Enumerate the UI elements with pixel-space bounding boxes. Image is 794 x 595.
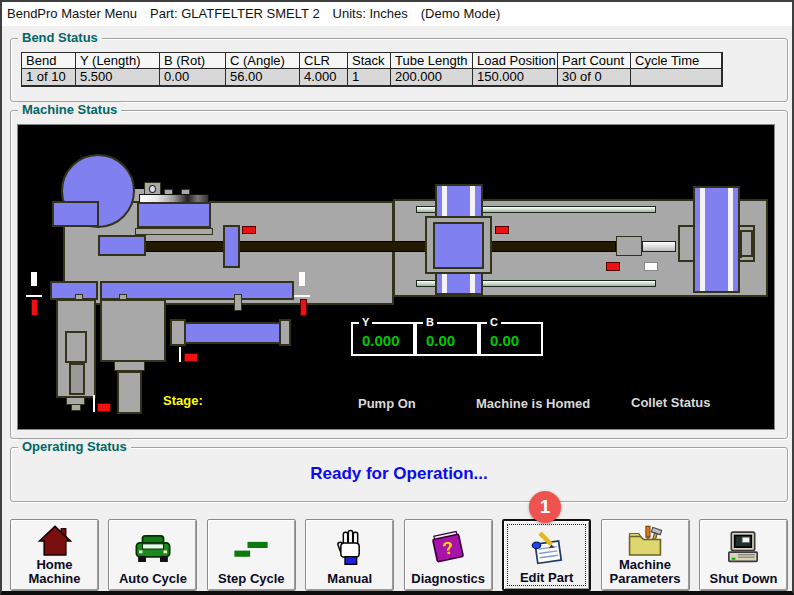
shaft-carriage-left [98, 235, 146, 256]
cell-y-length: 5.500 [76, 69, 160, 85]
sensor-tick-left [26, 295, 42, 297]
home-machine-button[interactable]: Home Machine [10, 519, 99, 591]
sensor-tick-right [294, 295, 310, 297]
window-title-bar: BendPro Master MenuPart: GLATFELTER SMEL… [2, 2, 792, 26]
ram-cap-right [279, 319, 291, 346]
homed-status-text: Machine is Homed [476, 396, 590, 411]
pressure-die-block [137, 202, 211, 228]
col-header-tube-length: Tube Length [391, 53, 473, 69]
cell-b-rot: 0.00 [160, 69, 226, 85]
button-label: Manual [327, 572, 372, 586]
shaft-coupler-block [616, 236, 642, 256]
drive-shaft [98, 241, 616, 252]
slab-pin-3 [234, 294, 242, 311]
sensor-bar-white-left [31, 272, 37, 286]
press-tower-1 [56, 299, 96, 398]
part-label: Part: GLATFELTER SMELT 2 [150, 6, 320, 21]
operating-status-title: Operating Status [18, 439, 131, 455]
computer-icon [723, 524, 763, 572]
readout-c-label: C [487, 316, 501, 329]
col-header-bend: Bend [22, 53, 76, 69]
step-cycle-button[interactable]: Step Cycle [207, 519, 296, 591]
indicator-red-shaft [242, 226, 256, 234]
ram-cylinder [184, 322, 281, 344]
machine-diagram-canvas: Y 0.000 B 0.00 C 0.00 Stage: Pump On Mac… [17, 124, 775, 430]
press-tower-2-cap [114, 361, 145, 371]
readout-y: Y 0.000 [351, 322, 415, 356]
col-header-stack: Stack [348, 53, 391, 69]
indicator-red-right [606, 262, 620, 271]
stage-label: Stage: [163, 393, 203, 408]
bendpro-window: BendPro Master MenuPart: GLATFELTER SMEL… [0, 0, 794, 595]
cell-cycle-time [631, 69, 722, 85]
button-label: Auto Cycle [119, 572, 187, 586]
bend-status-table: Bend Y (Length) B (Rot) C (Angle) CLR St… [21, 52, 723, 87]
button-label: Machine [619, 558, 671, 572]
bend-head-block [52, 201, 99, 227]
readout-b: B 0.00 [415, 322, 479, 356]
press-tower-1-inner [65, 331, 87, 363]
button-label: Diagnostics [411, 572, 485, 586]
indicator-red-left-edge [31, 299, 38, 316]
col-header-clr: CLR [300, 53, 348, 69]
main-toolbar: Home Machine Auto Cycle Step Cycle [10, 519, 788, 591]
bend-status-title: Bend Status [18, 30, 102, 46]
col-header-cycle-time: Cycle Time [631, 53, 722, 69]
sensor-tick-bottom [93, 395, 95, 412]
press-tower-1-nub [71, 404, 81, 411]
manual-button[interactable]: Manual [305, 519, 394, 591]
cell-bend: 1 of 10 [22, 69, 76, 85]
mode-label: (Demo Mode) [421, 6, 500, 21]
diagnostics-button[interactable]: ? Diagnostics [404, 519, 493, 591]
col-header-b-rot: B (Rot) [160, 53, 226, 69]
press-tower-2 [100, 299, 166, 362]
operating-status-message: Ready for Operation... [11, 464, 787, 484]
press-slab-2 [100, 281, 294, 300]
cell-tube-length: 200.000 [391, 69, 473, 85]
auto-cycle-button[interactable]: Auto Cycle [108, 519, 197, 591]
shut-down-button[interactable]: Shut Down [699, 519, 788, 591]
sensor-bar-white-right [299, 272, 305, 286]
edit-part-button[interactable]: Edit Part [502, 519, 591, 591]
mid-carriage-core [433, 222, 484, 269]
machine-parameters-button[interactable]: Machine Parameters [601, 519, 690, 591]
house-icon [35, 524, 75, 558]
edit-notepad-icon [526, 525, 568, 571]
button-label: Step Cycle [218, 572, 284, 586]
sensor-tick-ram [179, 347, 181, 362]
readout-c: C 0.00 [479, 322, 543, 356]
shaft-post [223, 225, 240, 268]
cell-stack: 1 [348, 69, 391, 85]
app-title: BendPro Master Menu [7, 6, 137, 21]
pump-status-text: Pump On [358, 396, 416, 411]
cell-c-angle: 56.00 [226, 69, 300, 85]
collet-assembly-end [740, 230, 753, 257]
operating-status-group: Operating Status Ready for Operation... [10, 447, 788, 502]
cell-part-count: 30 of 0 [558, 69, 631, 85]
hand-icon [330, 524, 370, 572]
pressure-die-ledge [135, 228, 213, 235]
cell-clr: 4.000 [300, 69, 348, 85]
indicator-red-ram [184, 353, 198, 362]
readout-y-label: Y [359, 316, 372, 329]
indicator-red-carriage [495, 226, 509, 234]
button-label-2: Machine [28, 572, 80, 586]
col-header-load-position: Load Position [473, 53, 558, 69]
machine-status-title: Machine Status [18, 102, 121, 118]
readout-b-label: B [423, 316, 437, 329]
indicator-red-bottom [97, 403, 111, 412]
col-header-part-count: Part Count [558, 53, 631, 69]
press-tower-1-cylinder [69, 363, 85, 395]
machine-status-group: Machine Status [10, 110, 788, 439]
button-label-2: Parameters [610, 572, 681, 586]
clamp-knob [149, 185, 156, 193]
readout-b-value: 0.00 [426, 332, 455, 349]
collet-status-text: Collet Status [631, 395, 710, 410]
cell-load-position: 150.000 [473, 69, 558, 85]
annotation-badge-1: 1 [529, 491, 561, 523]
button-label: Home [36, 558, 72, 572]
bend-status-group: Bend Status Bend Y (Length) B (Rot) C (A… [10, 38, 788, 102]
button-label: Shut Down [710, 572, 778, 586]
folder-tools-icon [624, 524, 666, 558]
help-book-icon: ? [427, 524, 469, 572]
